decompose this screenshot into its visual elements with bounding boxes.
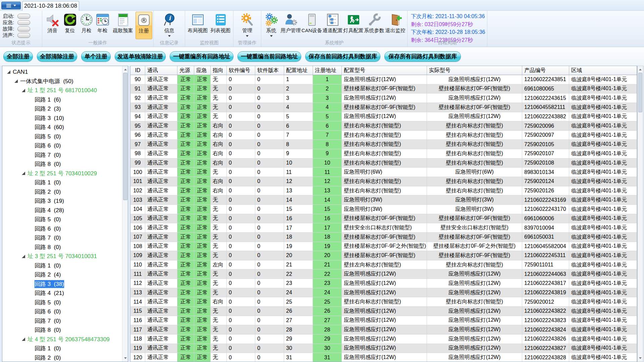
table-row[interactable]: 97通讯正常正常正常右向0088壁挂右向标志灯(智能型)壁挂右向标志灯(智能型)…	[130, 140, 637, 149]
save-current-loop-lamps-button[interactable]: 保存当前回路灯具到数据库	[305, 51, 380, 62]
clear-all-register-button[interactable]: 全部清除注册	[37, 51, 77, 62]
table-row[interactable]: 111通讯正常正常正常无002222应急照明感应灯(12W)应急照明感应灯(12…	[130, 269, 637, 279]
table-row[interactable]: 119通讯正常正常正常无003030应急照明感应灯(12W)应急照明感应灯(12…	[130, 344, 637, 353]
table-row[interactable]: 102通讯正常正常正常右向001313壁挂右向标志灯(智能型)壁挂右向标志灯(智…	[130, 186, 637, 196]
tree-item[interactable]: 回路 8 (0)	[2, 325, 128, 335]
table-row[interactable]: 103通讯正常正常正常无001414应急照明灯(3W)应急照明灯(3W)1210…	[130, 195, 637, 205]
list-view-button[interactable]: 列表视图	[209, 12, 232, 39]
tree-item[interactable]: 址 4 型 251 号 20637548473309	[2, 335, 128, 344]
tree-item[interactable]: 回路 7 (0)	[2, 316, 128, 326]
channel-config-button[interactable]: 通道配置	[322, 12, 343, 39]
reset-button[interactable]: 复位	[62, 12, 78, 39]
table-row[interactable]: 113通讯正常正常正常无002424应急照明感应灯(12W)应急照明感应灯(12…	[130, 288, 637, 298]
register-button[interactable]: ®注册	[136, 12, 152, 39]
column-header-7[interactable]: 配置地址	[284, 66, 313, 75]
layout-view-button[interactable]: 布局视图	[186, 12, 209, 39]
column-header-2[interactable]: 光源	[177, 66, 194, 75]
tree-item[interactable]: 回路 6 (0)	[2, 141, 128, 150]
table-row[interactable]: 110通讯正常正常正常左向002121壁挂左向标志灯(智能型)壁挂左向标志灯(智…	[130, 260, 637, 270]
table-scrollbar-thumb[interactable]	[638, 73, 642, 112]
table-row[interactable]: 116通讯正常正常正常无002727应急照明感应灯(12W)应急照明感应灯(12…	[130, 316, 637, 325]
table-row[interactable]: 106通讯正常正常正常无001717壁挂安全出口标志灯(智能型)壁挂安全出口标志…	[130, 223, 637, 233]
tree-item[interactable]: 回路 5 (0)	[2, 215, 128, 224]
tree-item[interactable]: 回路 7 (0)	[2, 150, 128, 160]
tree-item[interactable]: 回路 7 (0)	[2, 233, 128, 243]
table-scrollbar-up-button[interactable]	[638, 66, 643, 72]
tree-expand-arrow-icon[interactable]	[22, 89, 25, 92]
table-row[interactable]: 99通讯正常正常正常右向001010壁挂右向标志灯(智能型)壁挂右向标志灯(智能…	[130, 159, 637, 168]
tree-scrollbar-down-button[interactable]	[122, 356, 128, 362]
table-row[interactable]: 105通讯正常正常正常无001616壁挂楼层标志灯0F-9F(智能型)壁挂楼层标…	[130, 214, 637, 224]
system-params-button[interactable]: 系统参数	[364, 12, 385, 39]
tree-item[interactable]: 回路 3 (10)	[2, 114, 128, 123]
column-header-12[interactable]: 区域	[569, 66, 637, 75]
exit-monitor-button[interactable]: 退出监控	[385, 12, 406, 39]
tree-scrollbar-up-button[interactable]	[122, 66, 128, 72]
rewrite-current-loop-addresses-button[interactable]: 一键重编当前回路地址	[237, 51, 301, 62]
table-scrollbar-down-button[interactable]	[638, 356, 643, 362]
can-device-button[interactable]: CAN设备	[302, 12, 322, 39]
tree-item[interactable]: 一体式集中电源 (50)	[2, 77, 128, 86]
column-header-9[interactable]: 配置型号	[342, 66, 427, 75]
annual-check-button[interactable]: 年检	[95, 12, 111, 39]
column-header-1[interactable]: 通讯	[145, 66, 177, 75]
column-header-3[interactable]: 应急	[194, 66, 211, 75]
tree-item[interactable]: 址 2 型 251 号 7034010029	[2, 169, 128, 178]
table-row[interactable]: 100通讯正常正常正常无001111应急照明灯(6W)应急照明灯(6W)8983…	[130, 168, 637, 177]
tree-item[interactable]: 回路 5 (0)	[2, 132, 128, 141]
tree-expand-arrow-icon[interactable]	[22, 338, 25, 341]
table-row[interactable]: 94通讯正常正常正常无0055应急照明感应灯(12W)应急照明感应灯(12W)1…	[130, 112, 637, 122]
tree-item[interactable]: 回路 5 (0)	[2, 298, 128, 307]
datetime-tab[interactable]: 2021-10-28 18:06:08	[22, 1, 79, 11]
tree-item[interactable]: 回路 2 (0)	[2, 353, 128, 362]
table-row[interactable]: 120通讯正常正常正常无003131应急照明感应灯(12W)应急照明感应灯(12…	[130, 353, 637, 362]
rewrite-all-loop-addresses-button[interactable]: 一键重编所有回路地址	[170, 51, 233, 62]
info-button[interactable]: i信息	[159, 12, 180, 39]
table-row[interactable]: 115通讯正常正常正常无002626应急照明感应灯(12W)应急照明感应灯(12…	[130, 307, 637, 316]
tree-item[interactable]: CAN1	[2, 67, 128, 77]
tree-item[interactable]: 回路 2 (4)	[2, 270, 128, 280]
column-header-8[interactable]: 注册地址	[313, 66, 342, 75]
table-row[interactable]: 91通讯正常正常正常无0022壁挂楼层标志灯0F-9F(智能型)壁挂楼层标志灯0…	[130, 84, 637, 94]
tree-item[interactable]: 址 1 型 251 号 6817010040	[2, 86, 128, 95]
tree-item[interactable]: 回路 4 (28)	[2, 206, 128, 215]
register-all-button[interactable]: 全部注册	[3, 51, 33, 62]
tree-item[interactable]: 回路 4 (21)	[2, 289, 128, 298]
column-header-10[interactable]: 实际型号	[427, 66, 522, 75]
monthly-check-button[interactable]: 月检	[78, 12, 95, 39]
tree-expand-arrow-icon[interactable]	[22, 255, 25, 258]
table-row[interactable]: 92通讯正常正常正常无0033应急照明感应灯(12W)应急照明感应灯(12W)1…	[130, 94, 637, 103]
tree-scrollbar-thumb[interactable]	[123, 73, 127, 200]
table-row[interactable]: 95通讯正常正常正常右向0066壁挂右向标志灯(智能型)壁挂右向标志灯(智能型)…	[130, 121, 637, 131]
tree-item[interactable]: 回路 1 (0)	[2, 178, 128, 187]
column-header-4[interactable]: 指向	[211, 66, 227, 75]
save-all-loop-lamps-button[interactable]: 保存所有回路灯具到数据库	[384, 51, 461, 62]
tree-item[interactable]: 回路 6 (0)	[2, 224, 128, 234]
lamp-config-button[interactable]: 灯具配置	[343, 12, 364, 39]
tree-scrollbar[interactable]	[122, 66, 128, 362]
tree-item[interactable]: 回路 8 (0)	[2, 160, 128, 169]
send-single-clear-register-button[interactable]: 发送单独清除注册	[115, 51, 166, 62]
system-button[interactable]: 系统	[263, 12, 280, 39]
tree-expand-arrow-icon[interactable]	[14, 79, 18, 83]
table-row[interactable]: 108通讯正常正常正常无001919壁挂楼层标志灯0F-9F之外(智能型)壁挂楼…	[130, 242, 637, 251]
app-menu-button[interactable]	[1, 2, 21, 9]
table-row[interactable]: 98通讯正常正常正常右向0099壁挂右向标志灯(智能型)壁挂右向标志灯(智能型)…	[130, 149, 637, 159]
table-row[interactable]: 96通讯正常正常正常右向0077壁挂右向标志灯(智能型)壁挂右向标志灯(智能型)…	[130, 131, 637, 140]
column-header-6[interactable]: 软件版本	[255, 66, 284, 75]
tree-item[interactable]: 回路 1 (0)	[2, 261, 128, 270]
tree-item[interactable]: 回路 3 (38)	[2, 280, 128, 289]
tree-item[interactable]: 回路 1 (6)	[2, 95, 128, 105]
table-row[interactable]: 93通讯正常正常正常无0044壁挂楼层标志灯0F-9F(智能型)壁挂楼层标志灯0…	[130, 103, 637, 112]
mute-button[interactable]: 消音	[44, 12, 62, 39]
tree-item[interactable]: 回路 4 (60)	[2, 123, 128, 132]
table-row[interactable]: 114通讯正常正常正常右向002525壁挂右向标志灯(智能型)壁挂右向标志灯(智…	[130, 297, 637, 307]
tree-item[interactable]: 回路 1 (0)	[2, 344, 128, 353]
table-row[interactable]: 112通讯正常正常正常无002323应急照明感应灯(12W)应急照明感应灯(12…	[130, 279, 637, 288]
tree-item[interactable]: 回路 2 (0)	[2, 187, 128, 197]
table-scrollbar[interactable]	[637, 66, 643, 362]
table-row[interactable]: 109通讯正常正常正常无002020壁挂楼层标志灯0F-9F(智能型)壁挂楼层标…	[130, 251, 637, 260]
tree-expand-arrow-icon[interactable]	[22, 172, 25, 175]
table-row[interactable]: 104通讯正常正常正常无001515应急照明灯(3W)应急照明灯(3W)1210…	[130, 205, 637, 214]
user-management-button[interactable]: 用户管理	[280, 12, 302, 39]
